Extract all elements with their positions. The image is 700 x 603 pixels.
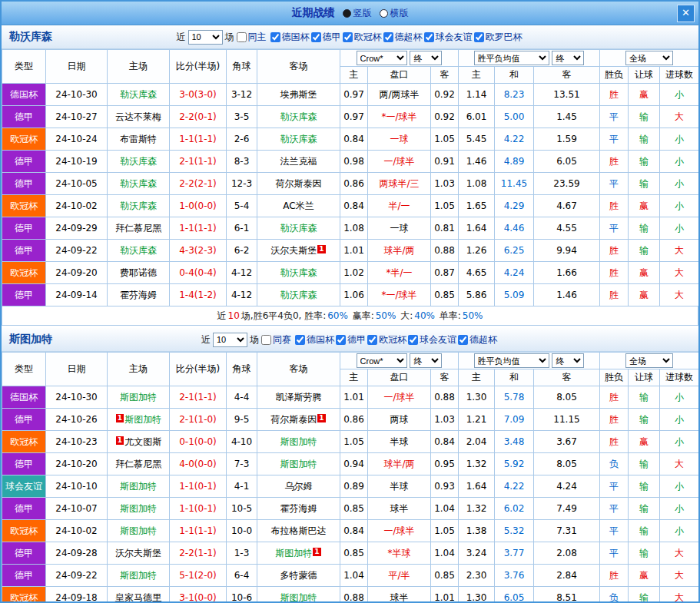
same-filter[interactable]: 同赛 [261, 333, 291, 346]
avg-draw: 3.48 [495, 431, 534, 453]
league-checkbox[interactable] [295, 335, 305, 345]
league-checkbox[interactable] [383, 32, 393, 42]
league-checkbox[interactable] [474, 32, 484, 42]
away-team[interactable]: 凯泽斯劳腾 [257, 386, 340, 409]
away-team[interactable]: 斯图加特1 [257, 542, 340, 565]
home-team[interactable]: 费耶诺德 [108, 262, 170, 284]
match-row: 欧冠杯24-10-02斯图加特1-1(1-1)10-0布拉格斯巴达0.84一/球… [2, 520, 699, 542]
goals-cell: 小 [660, 217, 699, 240]
away-team[interactable]: 埃弗斯堡 [257, 84, 340, 106]
home-team[interactable]: 1尤文图斯 [108, 431, 170, 453]
away-team[interactable]: 斯图加特 [257, 453, 340, 475]
avg-type-select[interactable]: 胜平负均值 [474, 353, 549, 368]
away-team[interactable]: 荷尔斯泰因 [257, 173, 340, 195]
away-team[interactable]: 斯图加特 [257, 431, 340, 453]
corner-cell: 8-3 [227, 151, 257, 173]
avg-lose: 2.84 [534, 565, 600, 587]
away-odds: 1.01 [431, 587, 459, 603]
league-filter[interactable]: 德国杯 [270, 31, 310, 44]
handicap-cell: *半球 [368, 542, 431, 565]
scope-select[interactable]: 全场 [625, 51, 673, 65]
home-team[interactable]: 云达不莱梅 [108, 106, 170, 128]
home-team[interactable]: 勒沃库森 [108, 195, 170, 217]
league-filter[interactable]: 德甲 [311, 31, 341, 44]
league-checkbox[interactable] [336, 335, 346, 345]
away-team[interactable]: 多特蒙德 [257, 565, 340, 587]
avg-type-select[interactable]: 胜平负均值 [474, 51, 549, 65]
odds-company-select[interactable]: Crow* [357, 353, 407, 368]
league-filter[interactable]: 欧冠杯 [367, 333, 406, 346]
home-team[interactable]: 拜仁慕尼黑 [108, 217, 170, 240]
scope-select[interactable]: 全场 [625, 353, 673, 368]
home-team[interactable]: 斯图加特 [108, 386, 170, 409]
home-odds: 0.85 [340, 542, 368, 565]
league-filter[interactable]: 德超杯 [383, 31, 423, 44]
league-checkbox[interactable] [458, 335, 468, 345]
home-team[interactable]: 皇家马德里 [108, 587, 170, 603]
league-cell: 德甲 [2, 106, 46, 128]
away-team[interactable]: 勒沃库森 [257, 128, 340, 151]
match-count-select[interactable]: 10 [188, 30, 223, 45]
league-checkbox[interactable] [367, 335, 377, 345]
col-avg-lose: 客 [534, 67, 600, 84]
league-filter[interactable]: 德国杯 [295, 333, 334, 346]
avg-time-select[interactable]: 终 [552, 353, 584, 368]
same-checkbox[interactable] [261, 335, 271, 345]
league-checkbox[interactable] [408, 335, 418, 345]
home-team[interactable]: 1斯图加特 [108, 409, 170, 431]
league-cell: 球会友谊 [2, 475, 46, 498]
home-team[interactable]: 布雷斯特 [108, 128, 170, 151]
home-team[interactable]: 勒沃库森 [108, 151, 170, 173]
date-cell: 24-09-28 [46, 542, 108, 565]
corner-cell: 6-2 [227, 240, 257, 262]
away-team[interactable]: 法兰克福 [257, 151, 340, 173]
avg-time-select[interactable]: 终 [552, 51, 584, 65]
home-team[interactable]: 斯图加特 [108, 565, 170, 587]
odds-time-select[interactable]: 终 [410, 353, 442, 368]
league-filter[interactable]: 欧罗巴杯 [474, 31, 523, 44]
league-filter[interactable]: 德甲 [336, 333, 366, 346]
league-filter[interactable]: 欧冠杯 [343, 31, 382, 44]
odds-time-select[interactable]: 终 [410, 51, 442, 65]
away-team[interactable]: 霍芬海姆 [257, 498, 340, 520]
home-team[interactable]: 勒沃库森 [108, 173, 170, 195]
away-team[interactable]: 荷尔斯泰因1 [257, 409, 340, 431]
match-count-select[interactable]: 10 [213, 333, 247, 347]
away-team[interactable]: 乌尔姆 [257, 475, 340, 498]
away-team[interactable]: 布拉格斯巴达 [257, 520, 340, 542]
league-checkbox[interactable] [270, 32, 280, 42]
league-checkbox[interactable] [311, 32, 321, 42]
close-button[interactable]: ✕ [677, 5, 695, 22]
avg-lose: 7.31 [534, 520, 600, 542]
away-team[interactable]: 斯图加特 [257, 587, 340, 603]
layout-vertical-radio[interactable]: 竖版 [343, 7, 372, 20]
away-team[interactable]: AC米兰 [257, 195, 340, 217]
league-filter[interactable]: 德超杯 [458, 333, 497, 346]
home-team[interactable]: 斯图加特 [108, 520, 170, 542]
layout-horizontal-radio[interactable]: 横版 [380, 7, 409, 20]
same-filter[interactable]: 同主 [237, 31, 267, 44]
home-team-name: 霍芬海姆 [120, 290, 157, 300]
away-team[interactable]: 勒沃库森 [257, 284, 340, 306]
home-team[interactable]: 霍芬海姆 [108, 284, 170, 306]
away-team-name: 荷尔斯泰因 [270, 414, 317, 425]
away-odds: 1.05 [431, 195, 459, 217]
odds-company-select[interactable]: Crow* [357, 51, 407, 65]
league-checkbox[interactable] [424, 32, 434, 42]
away-team[interactable]: 勒沃库森 [257, 106, 340, 128]
home-team[interactable]: 勒沃库森 [108, 84, 170, 106]
away-team-name: 斯图加特 [280, 592, 317, 603]
home-team[interactable]: 斯图加特 [108, 475, 170, 498]
home-team[interactable]: 斯图加特 [108, 498, 170, 520]
away-team[interactable]: 勒沃库森 [257, 262, 340, 284]
home-team[interactable]: 拜仁慕尼黑 [108, 453, 170, 475]
home-team[interactable]: 沃尔夫斯堡 [108, 542, 170, 565]
away-team[interactable]: 勒沃库森 [257, 217, 340, 240]
league-filter[interactable]: 球会友谊 [408, 333, 456, 346]
away-team[interactable]: 沃尔夫斯堡1 [257, 240, 340, 262]
home-team[interactable]: 勒沃库森 [108, 240, 170, 262]
same-checkbox[interactable] [237, 32, 247, 42]
home-odds: 1.04 [340, 565, 368, 587]
league-checkbox[interactable] [343, 32, 353, 42]
league-filter[interactable]: 球会友谊 [424, 31, 473, 44]
